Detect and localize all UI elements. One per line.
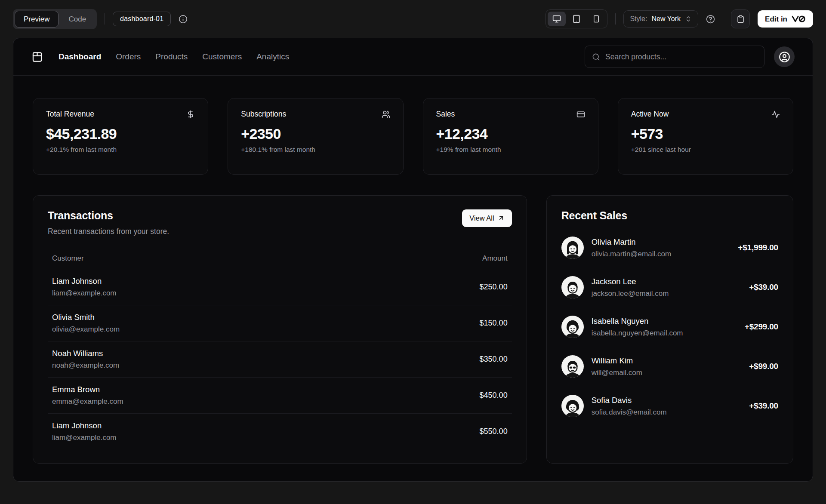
search-input[interactable] <box>605 52 757 61</box>
sale-amount: +$39.00 <box>749 401 778 411</box>
stat-change: +201 since last hour <box>631 146 780 154</box>
transaction-amount: $150.00 <box>480 319 508 327</box>
stat-value: +573 <box>631 126 780 142</box>
dashboard-header: Dashboard Orders Products Customers Anal… <box>13 38 813 76</box>
sale-amount: +$1,999.00 <box>738 243 778 252</box>
stat-card-subscriptions: Subscriptions +2350 +180.1% from last mo… <box>228 98 403 175</box>
sale-amount: +$99.00 <box>749 362 778 371</box>
recent-sales-title: Recent Sales <box>561 209 778 222</box>
stat-card-total-revenue: Total Revenue $45,231.89 +20.1% from las… <box>33 98 208 175</box>
sale-customer-email: sofia.davis@email.com <box>592 408 667 417</box>
list-item: Jackson Lee jackson.lee@email.com +$39.0… <box>561 276 778 298</box>
sale-customer-email: jackson.lee@email.com <box>592 289 669 298</box>
toolbar-divider <box>723 13 723 25</box>
view-all-button[interactable]: View All <box>462 209 512 227</box>
transactions-card: Transactions Recent transactions from yo… <box>33 195 527 464</box>
list-item: Isabella Nguyen isabella.nguyen@email.co… <box>561 316 778 338</box>
sale-customer-email: olivia.martin@email.com <box>592 250 671 258</box>
recent-sales-list: Olivia Martin olivia.martin@email.com +$… <box>561 237 778 417</box>
list-item: William Kim will@email.com +$99.00 <box>561 355 778 378</box>
transaction-amount: $450.00 <box>480 391 508 400</box>
table-row: Liam Johnson liam@example.com $250.00 <box>48 269 512 305</box>
style-select[interactable]: Style: New York <box>623 10 698 28</box>
users-icon <box>382 110 390 119</box>
avatar <box>561 237 584 259</box>
info-icon <box>179 15 188 24</box>
transaction-amount: $350.00 <box>480 355 508 363</box>
copy-code-button[interactable] <box>731 9 750 28</box>
style-help-button[interactable] <box>706 15 715 24</box>
transactions-table: Customer Amount Liam Johnson liam@exampl… <box>48 249 512 449</box>
sale-customer-name: Sofia Davis <box>592 396 667 405</box>
table-row: Olivia Smith olivia@example.com $150.00 <box>48 305 512 341</box>
content-row: Transactions Recent transactions from yo… <box>33 195 793 464</box>
customer-email: liam@example.com <box>52 433 362 442</box>
sale-amount: +$39.00 <box>749 283 778 292</box>
customer-name: Noah Williams <box>52 349 362 358</box>
customer-email: noah@example.com <box>52 361 362 370</box>
nav-item-customers[interactable]: Customers <box>202 52 242 61</box>
toolbar-divider <box>615 13 616 25</box>
sale-customer-name: Olivia Martin <box>592 237 671 247</box>
viewport-desktop-button[interactable] <box>548 12 566 26</box>
stat-value: $45,231.89 <box>46 126 195 142</box>
toolbar-divider <box>105 13 105 25</box>
stat-card-active-now: Active Now +573 +201 since last hour <box>618 98 793 175</box>
stat-title: Sales <box>436 110 455 119</box>
viewport-toggle-group <box>546 9 607 28</box>
block-name-badge: dashboard-01 <box>113 12 171 26</box>
circle-user-icon <box>779 51 790 63</box>
customer-email: liam@example.com <box>52 289 362 298</box>
sale-customer-email: isabella.nguyen@email.com <box>592 329 683 338</box>
search-box <box>585 46 764 68</box>
table-row: Emma Brown emma@example.com $450.00 <box>48 378 512 414</box>
dashboard-main: Total Revenue $45,231.89 +20.1% from las… <box>13 76 813 482</box>
search-icon <box>592 53 600 61</box>
style-select-label: Style: <box>630 15 647 23</box>
tab-preview[interactable]: Preview <box>15 11 59 28</box>
list-item: Olivia Martin olivia.martin@email.com +$… <box>561 237 778 259</box>
stat-value: +2350 <box>241 126 390 142</box>
view-all-label: View All <box>469 215 494 222</box>
nav-item-dashboard[interactable]: Dashboard <box>59 52 101 61</box>
nav-links: Dashboard Orders Products Customers Anal… <box>59 52 289 61</box>
viewport-tablet-button[interactable] <box>567 12 586 26</box>
nav-item-products[interactable]: Products <box>155 52 188 61</box>
customer-email: olivia@example.com <box>52 325 362 334</box>
customer-name: Emma Brown <box>52 385 362 394</box>
nav-right-cluster <box>585 46 795 68</box>
avatar <box>561 355 584 378</box>
edit-in-v0-button[interactable]: Edit in <box>758 10 813 28</box>
sale-customer-name: Isabella Nguyen <box>592 317 683 326</box>
transaction-amount: $250.00 <box>480 283 508 291</box>
chevrons-up-down-icon <box>685 15 692 22</box>
stat-change: +180.1% from last month <box>241 146 390 154</box>
viewport-mobile-button[interactable] <box>587 12 605 26</box>
block-info-button[interactable] <box>179 15 188 24</box>
sale-customer-name: William Kim <box>592 356 642 366</box>
stat-title: Total Revenue <box>46 110 94 119</box>
stat-value: +12,234 <box>436 126 585 142</box>
customer-name: Liam Johnson <box>52 277 362 286</box>
nav-item-analytics[interactable]: Analytics <box>256 52 289 61</box>
dollar-sign-icon <box>186 110 195 119</box>
credit-card-icon <box>576 110 585 119</box>
help-circle-icon <box>706 15 715 24</box>
store-icon[interactable] <box>31 51 43 63</box>
tablet-icon <box>572 15 581 23</box>
stat-change: +19% from last month <box>436 146 585 154</box>
account-menu-button[interactable] <box>774 46 795 67</box>
smartphone-icon <box>592 15 600 23</box>
column-header-customer: Customer <box>48 249 366 269</box>
toolbar-right-cluster: Style: New York Edit in <box>546 9 813 28</box>
stats-grid: Total Revenue $45,231.89 +20.1% from las… <box>33 98 793 175</box>
tab-code[interactable]: Code <box>59 11 95 28</box>
recent-sales-card: Recent Sales Olivia Martin olivia.martin… <box>546 195 793 464</box>
block-toolbar: Preview Code dashboard-01 <box>0 0 826 38</box>
avatar <box>561 276 584 298</box>
arrow-up-right-icon <box>498 215 505 221</box>
sale-amount: +$299.00 <box>745 322 778 332</box>
transaction-amount: $550.00 <box>480 427 508 436</box>
nav-item-orders[interactable]: Orders <box>116 52 141 61</box>
column-header-amount: Amount <box>366 249 512 269</box>
